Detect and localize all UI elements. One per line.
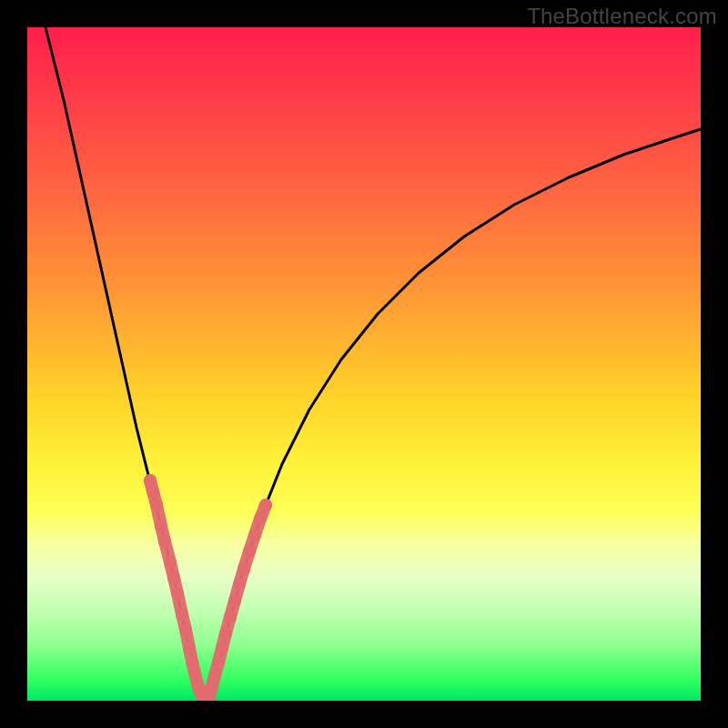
- data-dot: [243, 545, 256, 558]
- data-dot: [158, 535, 171, 548]
- data-dot: [179, 623, 192, 636]
- data-dot: [171, 587, 184, 600]
- chart-frame: TheBottleneck.com: [0, 0, 728, 728]
- data-dot: [224, 611, 237, 623]
- data-dot: [216, 642, 228, 654]
- data-dot: [212, 656, 225, 669]
- curve-right-branch: [209, 129, 701, 697]
- data-dot: [248, 529, 261, 541]
- data-dot: [144, 474, 157, 487]
- data-dot: [186, 655, 198, 668]
- data-dot: [176, 608, 188, 621]
- data-dot: [208, 669, 221, 682]
- watermark-text: TheBottleneck.com: [527, 4, 717, 29]
- data-dot: [259, 499, 272, 511]
- data-dot: [228, 594, 241, 607]
- data-dot: [188, 667, 201, 680]
- data-dot: [183, 642, 196, 654]
- data-dot: [206, 680, 218, 693]
- data-dot: [167, 571, 180, 584]
- data-dot: [155, 520, 167, 532]
- data-dot: [254, 512, 267, 525]
- data-dot: [219, 627, 232, 640]
- curve-layer: [27, 27, 701, 701]
- data-dot: [147, 485, 159, 498]
- data-dot: [238, 562, 250, 575]
- data-dot: [150, 499, 163, 511]
- plot-area: [27, 27, 701, 701]
- data-dot: [233, 578, 246, 591]
- data-dot: [164, 556, 177, 569]
